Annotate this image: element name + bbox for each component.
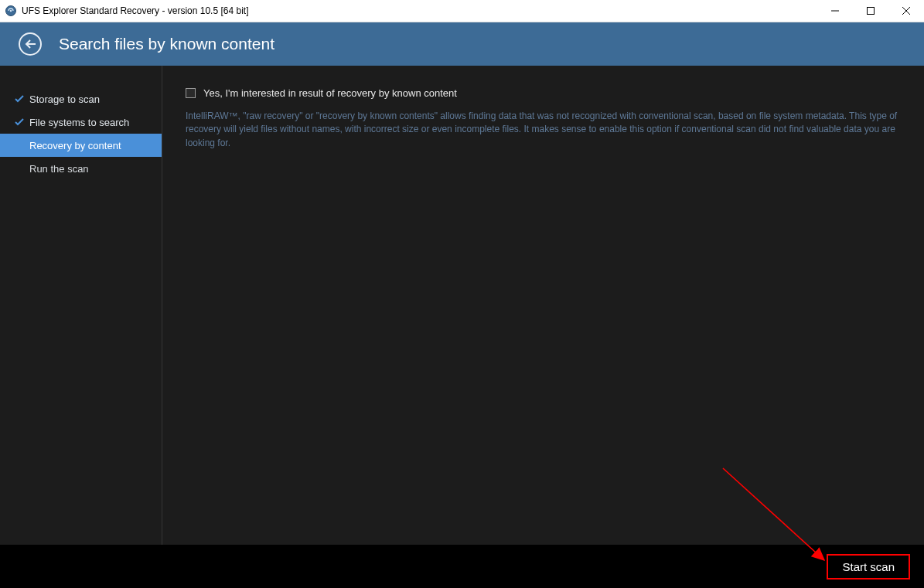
page-title: Search files by known content xyxy=(59,35,274,53)
window-controls xyxy=(817,0,924,22)
check-icon xyxy=(14,117,25,127)
app-icon xyxy=(5,5,17,17)
sidebar-item-label: Storage to scan xyxy=(29,93,100,105)
svg-point-1 xyxy=(10,10,12,12)
wizard-sidebar: Storage to scan File systems to search R… xyxy=(0,66,162,545)
start-scan-button[interactable]: Start scan xyxy=(827,554,910,580)
svg-rect-3 xyxy=(868,8,875,15)
recovery-checkbox[interactable] xyxy=(186,88,196,98)
maximize-button[interactable] xyxy=(853,0,888,22)
start-scan-label: Start scan xyxy=(842,560,895,573)
window-titlebar: UFS Explorer Standard Recovery - version… xyxy=(0,0,924,22)
sidebar-item-storage[interactable]: Storage to scan xyxy=(0,87,162,110)
arrow-left-icon xyxy=(24,39,36,49)
window-title: UFS Explorer Standard Recovery - version… xyxy=(22,5,248,16)
sidebar-item-label: Run the scan xyxy=(29,163,89,175)
sidebar-item-recovery-content[interactable]: Recovery by content xyxy=(0,134,162,157)
minimize-button[interactable] xyxy=(817,0,853,22)
option-row: Yes, I'm interested in result of recover… xyxy=(186,87,901,99)
sidebar-item-filesystems[interactable]: File systems to search xyxy=(0,110,162,134)
sidebar-item-label: File systems to search xyxy=(29,117,129,128)
back-button[interactable] xyxy=(19,32,42,56)
checkbox-label: Yes, I'm interested in result of recover… xyxy=(203,87,457,99)
content-panel: Yes, I'm interested in result of recover… xyxy=(162,66,924,545)
option-description: IntelliRAW™, "raw recovery" or "recovery… xyxy=(186,110,901,150)
check-icon xyxy=(14,93,25,104)
close-button[interactable] xyxy=(888,0,924,22)
sidebar-item-label: Recovery by content xyxy=(29,140,121,151)
main-body: Storage to scan File systems to search R… xyxy=(0,66,924,545)
page-header: Search files by known content xyxy=(0,22,924,66)
sidebar-item-run-scan[interactable]: Run the scan xyxy=(0,157,162,180)
footer-bar: Start scan xyxy=(0,545,924,588)
titlebar-left: UFS Explorer Standard Recovery - version… xyxy=(0,5,248,17)
